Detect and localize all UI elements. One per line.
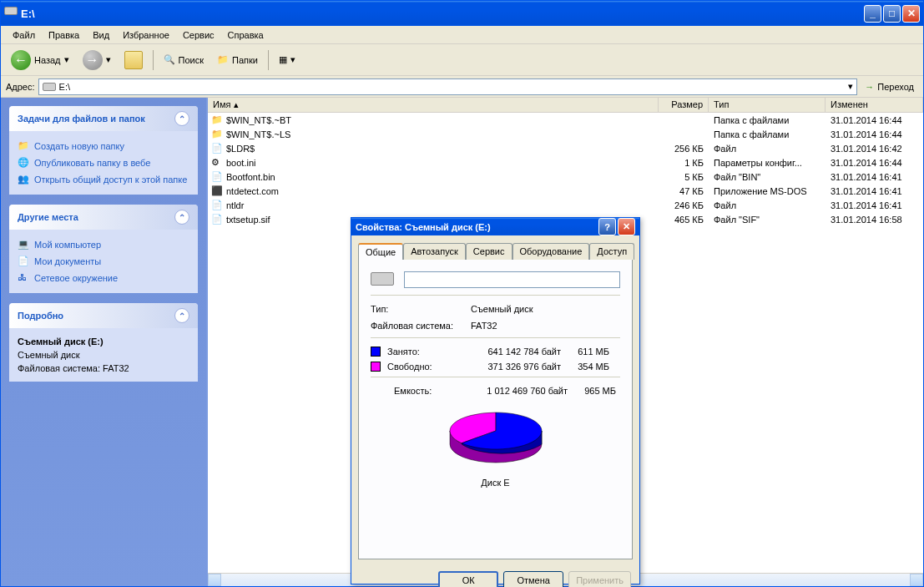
tab-content: Тип:Съемный диск Файловая система:FAT32 …: [358, 259, 633, 559]
fs-label: Файловая система:: [371, 321, 462, 331]
col-size[interactable]: Размер: [659, 98, 709, 112]
capacity-bytes: 1 012 469 760 байт: [467, 386, 568, 396]
col-date[interactable]: Изменен: [826, 98, 923, 112]
documents-icon: 📄: [18, 256, 29, 267]
file-type: Файл "BIN": [709, 172, 826, 182]
chevron-down-icon: ▾: [290, 54, 295, 65]
place-mycomputer[interactable]: 💻Мой компьютер: [18, 236, 189, 253]
file-type: Приложение MS-DOS: [709, 186, 826, 196]
file-row[interactable]: 📄ntldr246 КБФайл31.01.2014 16:41: [208, 198, 923, 212]
task-new-folder[interactable]: 📁Создать новую папку: [18, 138, 189, 154]
file-row[interactable]: 📄Bootfont.bin5 КБФайл "BIN"31.01.2014 16…: [208, 170, 923, 184]
computer-icon: 💻: [18, 239, 29, 250]
file-row[interactable]: ⚙boot.ini1 КБПараметры конфиг...31.01.20…: [208, 155, 923, 170]
chevron-up-icon: ⌃: [174, 308, 189, 323]
tab-hardware[interactable]: Оборудование: [512, 243, 590, 260]
address-input[interactable]: E:\ ▾: [38, 78, 858, 95]
file-row[interactable]: 📁$WIN_NT$.~LSПапка с файлами31.01.2014 1…: [208, 127, 923, 141]
up-button[interactable]: [119, 48, 148, 72]
menu-view[interactable]: Вид: [86, 28, 116, 43]
file-date: 31.01.2014 16:58: [826, 215, 923, 225]
folder-icon: 📁: [211, 114, 223, 126]
volume-label-input[interactable]: [404, 271, 620, 288]
file-type: Файл "SIF": [709, 215, 826, 225]
cancel-button[interactable]: Отмена: [503, 571, 563, 587]
file-name: $WIN_NT$.~BT: [226, 115, 291, 125]
menu-help[interactable]: Справка: [221, 28, 270, 43]
search-icon: 🔍: [164, 54, 175, 65]
menu-favorites[interactable]: Избранное: [116, 28, 176, 43]
chevron-down-icon: ▾: [106, 54, 111, 65]
scroll-right-button[interactable]: [910, 574, 923, 586]
chevron-down-icon[interactable]: ▾: [848, 81, 853, 92]
help-button[interactable]: ?: [598, 218, 616, 235]
folder-icon: 📁: [217, 54, 229, 65]
address-label: Адрес:: [6, 82, 35, 92]
menu-edit[interactable]: Правка: [42, 28, 86, 43]
dos-icon: ⬛: [211, 185, 223, 197]
places-panel-header[interactable]: Другие места ⌃: [9, 205, 198, 230]
ini-icon: ⚙: [211, 157, 223, 169]
network-icon: 🖧: [18, 272, 29, 284]
folders-button[interactable]: 📁 Папки: [212, 52, 263, 68]
file-date: 31.01.2014 16:44: [826, 115, 923, 125]
details-panel: Подробно ⌃ Съемный диск (E:) Съемный дис…: [9, 303, 198, 382]
menu-service[interactable]: Сервис: [176, 28, 221, 43]
file-size: 47 КБ: [659, 186, 709, 196]
tasks-panel-header[interactable]: Задачи для файлов и папок ⌃: [9, 106, 198, 131]
views-button[interactable]: ▦▾: [274, 52, 300, 68]
file-row[interactable]: 📁$WIN_NT$.~BTПапка с файлами31.01.2014 1…: [208, 113, 923, 127]
go-button[interactable]: → Переход: [861, 79, 918, 94]
free-swatch: [371, 362, 381, 372]
free-mb: 354 МБ: [568, 362, 609, 372]
tab-general[interactable]: Общие: [358, 243, 403, 260]
file-row[interactable]: 📄$LDR$256 КБФайл31.01.2014 16:42: [208, 141, 923, 155]
file-name: ntdetect.com: [226, 186, 279, 196]
disk-icon: [371, 272, 396, 287]
back-button[interactable]: ← Назад ▾: [6, 48, 74, 73]
forward-icon: →: [83, 50, 103, 70]
details-panel-header[interactable]: Подробно ⌃: [9, 303, 198, 328]
places-panel: Другие места ⌃ 💻Мой компьютер 📄Мои докум…: [9, 205, 198, 293]
dialog-close-button[interactable]: ✕: [618, 218, 635, 235]
place-mydocs[interactable]: 📄Мои документы: [18, 253, 189, 270]
used-mb: 611 МБ: [568, 347, 609, 357]
file-name: boot.ini: [226, 158, 255, 168]
new-folder-icon: 📁: [18, 140, 29, 152]
properties-dialog: Свойства: Съемный диск (E:) ? ✕ Общие Ав…: [351, 217, 640, 584]
dialog-titlebar[interactable]: Свойства: Съемный диск (E:) ? ✕: [351, 218, 639, 235]
views-icon: ▦: [279, 54, 287, 65]
file-date: 31.01.2014 16:42: [826, 144, 923, 154]
close-button[interactable]: ✕: [902, 5, 920, 23]
chevron-down-icon: ▾: [64, 54, 69, 65]
tab-autorun[interactable]: Автозапуск: [403, 243, 466, 260]
task-publish[interactable]: 🌐Опубликовать папку в вебе: [18, 154, 189, 171]
menubar: Файл Правка Вид Избранное Сервис Справка: [1, 26, 923, 44]
apply-button[interactable]: Применить: [568, 571, 631, 587]
maximize-button[interactable]: □: [883, 5, 901, 23]
ok-button[interactable]: ОК: [438, 571, 498, 587]
search-button[interactable]: 🔍 Поиск: [159, 52, 209, 68]
share-icon: 👥: [18, 174, 29, 185]
minimize-button[interactable]: _: [864, 5, 881, 23]
tab-access[interactable]: Доступ: [589, 243, 634, 260]
scroll-left-button[interactable]: [208, 574, 221, 586]
menu-file[interactable]: Файл: [6, 28, 42, 43]
place-network[interactable]: 🖧Сетевое окружение: [18, 270, 189, 286]
titlebar[interactable]: E:\ _ □ ✕: [1, 1, 923, 26]
task-share[interactable]: 👥Открыть общий доступ к этой папке: [18, 171, 189, 188]
sort-asc-icon: ▴: [234, 99, 239, 109]
tab-service[interactable]: Сервис: [466, 243, 512, 260]
back-icon: ←: [11, 50, 31, 70]
sidebar: Задачи для файлов и папок ⌃ 📁Создать нов…: [1, 98, 206, 586]
dialog-title: Свойства: Съемный диск (E:): [356, 222, 597, 232]
col-type[interactable]: Тип: [709, 98, 826, 112]
forward-button[interactable]: → ▾: [78, 48, 116, 73]
file-type: Папка с файлами: [709, 115, 826, 125]
go-icon: →: [865, 82, 874, 92]
file-row[interactable]: ⬛ntdetect.com47 КБПриложение MS-DOS31.01…: [208, 184, 923, 198]
chevron-up-icon: ⌃: [174, 111, 189, 126]
tab-strip: Общие Автозапуск Сервис Оборудование Дос…: [358, 242, 633, 259]
col-name[interactable]: Имя ▴: [208, 98, 659, 112]
type-label: Тип:: [371, 304, 462, 314]
